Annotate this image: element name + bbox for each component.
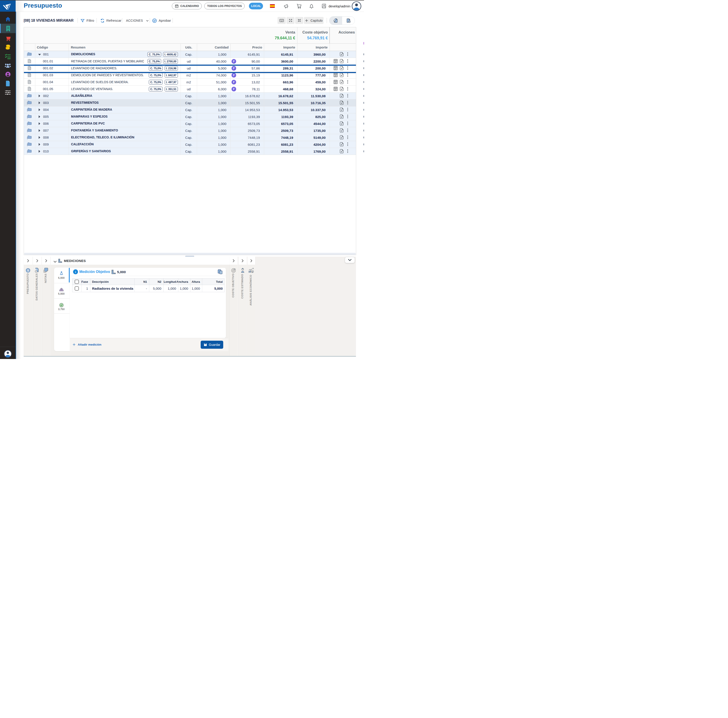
svg-text:$: $: [27, 269, 29, 272]
svg-text:i: i: [75, 270, 76, 274]
svg-text:$: $: [252, 271, 253, 273]
